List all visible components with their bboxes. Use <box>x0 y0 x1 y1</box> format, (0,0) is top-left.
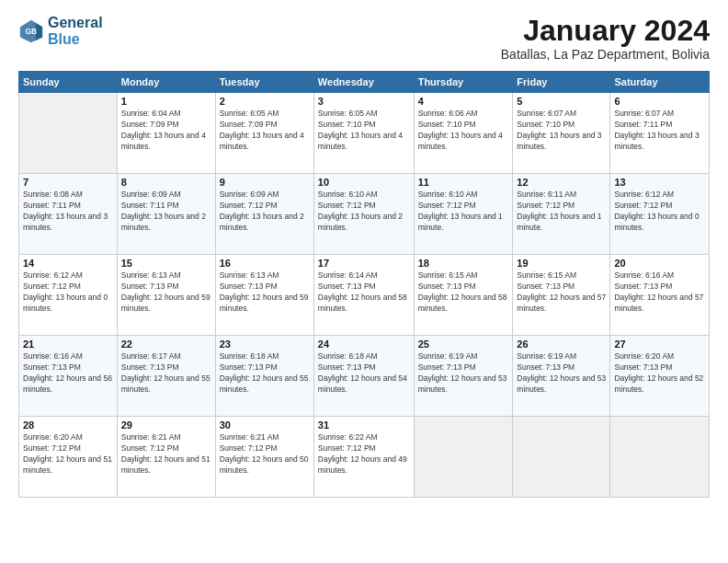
calendar-cell: 6Sunrise: 6:07 AMSunset: 7:11 PMDaylight… <box>610 93 710 174</box>
day-number: 22 <box>121 339 211 350</box>
calendar-week-row: 28Sunrise: 6:20 AMSunset: 7:12 PMDayligh… <box>19 417 710 498</box>
day-info: Sunrise: 6:05 AMSunset: 7:10 PMDaylight:… <box>318 109 410 153</box>
svg-text:GB: GB <box>25 26 37 35</box>
day-info: Sunrise: 6:10 AMSunset: 7:12 PMDaylight:… <box>318 190 410 234</box>
day-number: 18 <box>418 258 509 269</box>
day-number: 14 <box>23 258 113 269</box>
day-number: 21 <box>23 339 113 350</box>
day-number: 31 <box>318 419 410 431</box>
day-number: 4 <box>418 96 509 107</box>
calendar-cell: 13Sunrise: 6:12 AMSunset: 7:12 PMDayligh… <box>610 174 710 255</box>
day-info: Sunrise: 6:15 AMSunset: 7:13 PMDaylight:… <box>418 270 509 315</box>
day-number: 24 <box>318 339 410 350</box>
calendar-cell: 15Sunrise: 6:13 AMSunset: 7:13 PMDayligh… <box>117 255 215 336</box>
weekday-header: Thursday <box>414 72 513 93</box>
day-number: 6 <box>614 96 705 107</box>
day-info: Sunrise: 6:07 AMSunset: 7:10 PMDaylight:… <box>517 109 606 153</box>
calendar-cell: 3Sunrise: 6:05 AMSunset: 7:10 PMDaylight… <box>313 93 414 174</box>
day-info: Sunrise: 6:09 AMSunset: 7:12 PMDaylight:… <box>220 190 310 234</box>
day-number: 19 <box>517 258 606 269</box>
location-subtitle: Batallas, La Paz Department, Bolivia <box>501 47 710 62</box>
weekday-header: Wednesday <box>313 72 414 93</box>
day-number: 28 <box>23 419 113 431</box>
day-number: 23 <box>220 339 310 350</box>
calendar-cell: 27Sunrise: 6:20 AMSunset: 7:13 PMDayligh… <box>610 336 710 417</box>
weekday-header: Tuesday <box>215 72 313 93</box>
day-info: Sunrise: 6:10 AMSunset: 7:12 PMDaylight:… <box>418 190 509 234</box>
calendar-cell: 4Sunrise: 6:06 AMSunset: 7:10 PMDaylight… <box>414 93 513 174</box>
day-info: Sunrise: 6:19 AMSunset: 7:13 PMDaylight:… <box>517 351 606 396</box>
day-number: 15 <box>121 258 211 269</box>
day-info: Sunrise: 6:16 AMSunset: 7:13 PMDaylight:… <box>23 351 113 396</box>
logo-text: General Blue <box>48 15 103 47</box>
calendar-cell: 1Sunrise: 6:04 AMSunset: 7:09 PMDaylight… <box>117 93 215 174</box>
month-title: January 2024 <box>501 15 710 47</box>
title-section: January 2024 Batallas, La Paz Department… <box>501 15 710 62</box>
day-info: Sunrise: 6:12 AMSunset: 7:12 PMDaylight:… <box>614 190 705 234</box>
day-number: 9 <box>220 177 310 188</box>
day-info: Sunrise: 6:15 AMSunset: 7:13 PMDaylight:… <box>517 270 606 315</box>
day-info: Sunrise: 6:18 AMSunset: 7:13 PMDaylight:… <box>318 351 410 396</box>
day-number: 26 <box>517 339 606 350</box>
calendar-week-row: 14Sunrise: 6:12 AMSunset: 7:12 PMDayligh… <box>19 255 710 336</box>
calendar-cell: 2Sunrise: 6:05 AMSunset: 7:09 PMDaylight… <box>215 93 313 174</box>
calendar-cell: 11Sunrise: 6:10 AMSunset: 7:12 PMDayligh… <box>414 174 513 255</box>
calendar-cell <box>513 417 610 498</box>
calendar-table: SundayMondayTuesdayWednesdayThursdayFrid… <box>18 71 710 498</box>
weekday-header: Sunday <box>19 72 118 93</box>
calendar-week-row: 7Sunrise: 6:08 AMSunset: 7:11 PMDaylight… <box>19 174 710 255</box>
day-info: Sunrise: 6:16 AMSunset: 7:13 PMDaylight:… <box>614 270 705 315</box>
day-info: Sunrise: 6:06 AMSunset: 7:10 PMDaylight:… <box>418 109 509 153</box>
day-info: Sunrise: 6:21 AMSunset: 7:12 PMDaylight:… <box>220 432 310 477</box>
calendar-cell: 22Sunrise: 6:17 AMSunset: 7:13 PMDayligh… <box>117 336 215 417</box>
weekday-header: Friday <box>513 72 610 93</box>
weekday-header: Saturday <box>610 72 710 93</box>
day-number: 2 <box>220 96 310 107</box>
day-info: Sunrise: 6:04 AMSunset: 7:09 PMDaylight:… <box>121 109 211 153</box>
calendar-cell: 31Sunrise: 6:22 AMSunset: 7:12 PMDayligh… <box>313 417 414 498</box>
day-number: 5 <box>517 96 606 107</box>
calendar-cell: 12Sunrise: 6:11 AMSunset: 7:12 PMDayligh… <box>513 174 610 255</box>
calendar-cell: 28Sunrise: 6:20 AMSunset: 7:12 PMDayligh… <box>19 417 118 498</box>
calendar-cell: 10Sunrise: 6:10 AMSunset: 7:12 PMDayligh… <box>313 174 414 255</box>
day-number: 25 <box>418 339 509 350</box>
calendar-cell: 7Sunrise: 6:08 AMSunset: 7:11 PMDaylight… <box>19 174 118 255</box>
calendar-cell: 30Sunrise: 6:21 AMSunset: 7:12 PMDayligh… <box>215 417 313 498</box>
day-number: 20 <box>614 258 705 269</box>
day-number: 10 <box>318 177 410 188</box>
day-info: Sunrise: 6:19 AMSunset: 7:13 PMDaylight:… <box>418 351 509 396</box>
day-info: Sunrise: 6:17 AMSunset: 7:13 PMDaylight:… <box>121 351 211 396</box>
day-number: 13 <box>614 177 705 188</box>
calendar-cell: 17Sunrise: 6:14 AMSunset: 7:13 PMDayligh… <box>313 255 414 336</box>
weekday-header: Monday <box>117 72 215 93</box>
calendar-cell: 5Sunrise: 6:07 AMSunset: 7:10 PMDaylight… <box>513 93 610 174</box>
calendar-week-row: 1Sunrise: 6:04 AMSunset: 7:09 PMDaylight… <box>19 93 710 174</box>
calendar-cell: 19Sunrise: 6:15 AMSunset: 7:13 PMDayligh… <box>513 255 610 336</box>
day-number: 1 <box>121 96 211 107</box>
day-info: Sunrise: 6:08 AMSunset: 7:11 PMDaylight:… <box>23 190 113 234</box>
day-info: Sunrise: 6:14 AMSunset: 7:13 PMDaylight:… <box>318 270 410 315</box>
calendar-cell: 24Sunrise: 6:18 AMSunset: 7:13 PMDayligh… <box>313 336 414 417</box>
day-info: Sunrise: 6:13 AMSunset: 7:13 PMDaylight:… <box>121 270 211 315</box>
day-number: 11 <box>418 177 509 188</box>
day-number: 29 <box>121 419 211 431</box>
day-info: Sunrise: 6:07 AMSunset: 7:11 PMDaylight:… <box>614 109 705 153</box>
day-number: 3 <box>318 96 410 107</box>
logo-icon: GB <box>18 18 44 44</box>
day-info: Sunrise: 6:11 AMSunset: 7:12 PMDaylight:… <box>517 190 606 234</box>
page: GB General Blue January 2024 Batallas, L… <box>0 0 728 563</box>
day-number: 12 <box>517 177 606 188</box>
calendar-cell: 20Sunrise: 6:16 AMSunset: 7:13 PMDayligh… <box>610 255 710 336</box>
day-info: Sunrise: 6:22 AMSunset: 7:12 PMDaylight:… <box>318 432 410 477</box>
calendar-header-row: SundayMondayTuesdayWednesdayThursdayFrid… <box>19 72 710 93</box>
calendar-cell: 9Sunrise: 6:09 AMSunset: 7:12 PMDaylight… <box>215 174 313 255</box>
calendar-cell <box>414 417 513 498</box>
day-info: Sunrise: 6:20 AMSunset: 7:13 PMDaylight:… <box>614 351 705 396</box>
day-number: 17 <box>318 258 410 269</box>
calendar-cell <box>610 417 710 498</box>
day-info: Sunrise: 6:09 AMSunset: 7:11 PMDaylight:… <box>121 190 211 234</box>
calendar-cell: 26Sunrise: 6:19 AMSunset: 7:13 PMDayligh… <box>513 336 610 417</box>
calendar-cell: 29Sunrise: 6:21 AMSunset: 7:12 PMDayligh… <box>117 417 215 498</box>
day-number: 30 <box>220 419 310 431</box>
day-info: Sunrise: 6:05 AMSunset: 7:09 PMDaylight:… <box>220 109 310 153</box>
